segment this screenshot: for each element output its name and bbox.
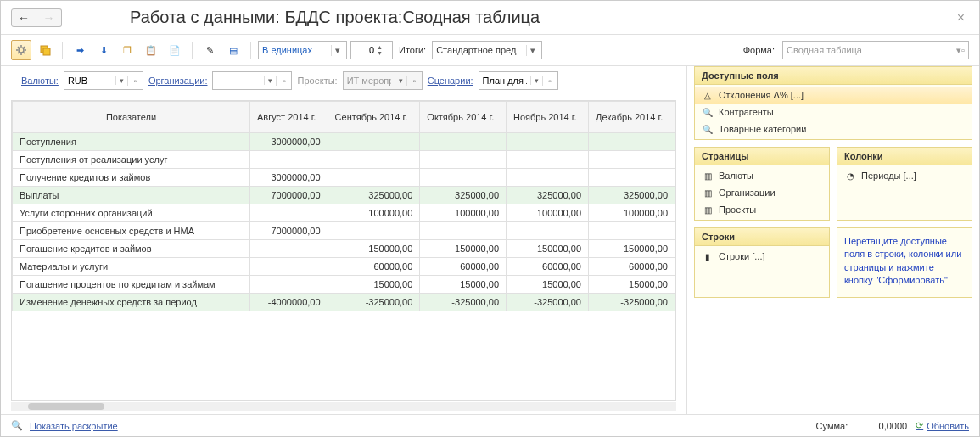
- col-header-indicator[interactable]: Показатели: [13, 102, 250, 133]
- col-header[interactable]: Сентябрь 2014 г.: [328, 102, 420, 133]
- cell-value[interactable]: [589, 222, 675, 240]
- cell-value[interactable]: 3000000,00: [250, 169, 328, 187]
- cell-value[interactable]: [328, 151, 420, 169]
- table-row[interactable]: Материалы и услуги60000,0060000,0060000,…: [13, 258, 675, 276]
- cell-value[interactable]: 325000,00: [507, 187, 589, 204]
- panel-field-item[interactable]: ▥Проекты: [695, 201, 829, 218]
- form-select[interactable]: Сводная таблица ▾ ▫: [782, 41, 969, 59]
- spin-down[interactable]: ▼: [377, 50, 383, 56]
- cell-value[interactable]: 15000,00: [589, 276, 675, 294]
- row-label[interactable]: Изменение денежных средств за период: [13, 294, 250, 311]
- currency-filter[interactable]: ▾ ▫: [64, 71, 143, 90]
- cell-value[interactable]: 100000,00: [589, 204, 675, 222]
- col-header[interactable]: Август 2014 г.: [250, 102, 328, 133]
- decimals-input[interactable]: [351, 45, 377, 55]
- panel-field-item[interactable]: ▥Валюты: [695, 167, 829, 184]
- nav-forward-button[interactable]: →: [36, 8, 62, 27]
- arrow-down-button[interactable]: ⬇: [93, 40, 114, 60]
- cell-value[interactable]: -325000,00: [420, 294, 507, 311]
- cell-value[interactable]: [250, 204, 328, 222]
- cell-value[interactable]: [250, 258, 328, 276]
- scenarios-input[interactable]: [479, 72, 530, 89]
- cell-value[interactable]: [328, 133, 420, 151]
- row-label[interactable]: Погашение кредитов и займов: [13, 240, 250, 258]
- table-row[interactable]: Погашение кредитов и займов150000,001500…: [13, 240, 675, 258]
- chevron-down-icon[interactable]: ▾: [115, 76, 127, 85]
- col-header[interactable]: Октябрь 2014 г.: [420, 102, 507, 133]
- cell-value[interactable]: 60000,00: [420, 258, 507, 276]
- cell-value[interactable]: 15000,00: [507, 276, 589, 294]
- cell-value[interactable]: [328, 222, 420, 240]
- cell-value[interactable]: 60000,00: [507, 258, 589, 276]
- chevron-down-icon[interactable]: ▾: [264, 76, 276, 85]
- edit-button[interactable]: ✎: [199, 40, 220, 60]
- cell-value[interactable]: 100000,00: [328, 204, 420, 222]
- show-expand-link[interactable]: Показать раскрытие: [30, 421, 118, 431]
- available-field-item[interactable]: 🔍Контрагенты: [695, 104, 972, 120]
- table-row[interactable]: Услуги сторонних организаций100000,00100…: [13, 204, 675, 222]
- panel-field-item[interactable]: ◔Периоды [...]: [837, 167, 972, 184]
- row-label[interactable]: Материалы и услуги: [13, 258, 250, 276]
- org-filter-label[interactable]: Организации:: [148, 76, 208, 86]
- col-header[interactable]: Ноябрь 2014 г.: [507, 102, 589, 133]
- cell-value[interactable]: -4000000,00: [250, 294, 328, 311]
- cell-value[interactable]: [420, 169, 507, 187]
- cell-value[interactable]: 100000,00: [420, 204, 507, 222]
- cell-value[interactable]: 7000000,00: [250, 222, 328, 240]
- row-label[interactable]: Поступления: [13, 133, 250, 151]
- cell-value[interactable]: 150000,00: [420, 240, 507, 258]
- cell-value[interactable]: 325000,00: [589, 187, 675, 204]
- expand-icon[interactable]: ▫: [276, 76, 291, 86]
- cell-value[interactable]: [250, 276, 328, 294]
- row-label[interactable]: Погашение процентов по кредитам и займам: [13, 276, 250, 294]
- available-field-item[interactable]: △Отклонения Δ% [...]: [695, 87, 972, 104]
- row-label[interactable]: Услуги сторонних организаций: [13, 204, 250, 222]
- cell-value[interactable]: 100000,00: [507, 204, 589, 222]
- decimals-spinner[interactable]: ▲▼: [350, 41, 393, 59]
- currency-filter-label[interactable]: Валюты:: [21, 76, 59, 86]
- sheet-button[interactable]: ▤: [223, 40, 244, 60]
- chevron-down-icon[interactable]: ▾: [395, 76, 406, 85]
- projects-filter[interactable]: ▾ ▫: [343, 71, 423, 90]
- horizontal-scrollbar[interactable]: [11, 402, 676, 411]
- cell-value[interactable]: 3000000,00: [250, 133, 328, 151]
- cell-value[interactable]: 325000,00: [328, 187, 420, 204]
- spin-up[interactable]: ▲: [377, 44, 383, 50]
- nav-back-button[interactable]: ←: [11, 8, 36, 27]
- table-row[interactable]: Изменение денежных средств за период-400…: [13, 294, 675, 311]
- available-field-item[interactable]: 🔍Товарные категории: [695, 120, 972, 137]
- scenarios-filter-label[interactable]: Сценарии:: [428, 76, 473, 86]
- currency-input[interactable]: [64, 72, 115, 89]
- row-label[interactable]: Выплаты: [13, 187, 250, 204]
- pivot-table[interactable]: Показатели Август 2014 г. Сентябрь 2014 …: [12, 101, 675, 311]
- cell-value[interactable]: [250, 151, 328, 169]
- cell-value[interactable]: [589, 169, 675, 187]
- cell-value[interactable]: [250, 240, 328, 258]
- cell-value[interactable]: 150000,00: [589, 240, 675, 258]
- table-row[interactable]: Поступления от реализации услуг: [13, 151, 675, 169]
- cell-value[interactable]: [507, 133, 589, 151]
- cell-value[interactable]: [420, 222, 507, 240]
- totals-select[interactable]: Стандартное пред ▾: [432, 41, 542, 59]
- row-label[interactable]: Поступления от реализации услуг: [13, 151, 250, 169]
- cell-value[interactable]: [420, 133, 507, 151]
- expand-icon[interactable]: ▫: [406, 76, 422, 86]
- arrow-right-button[interactable]: ➡: [70, 40, 90, 60]
- org-filter[interactable]: ▾ ▫: [212, 71, 292, 90]
- paste-button[interactable]: 📋: [141, 40, 161, 60]
- doc-button[interactable]: 📄: [165, 40, 185, 60]
- table-row[interactable]: Поступления3000000,00: [13, 133, 675, 151]
- cell-value[interactable]: [507, 151, 589, 169]
- cell-value[interactable]: [420, 151, 507, 169]
- cell-value[interactable]: 150000,00: [507, 240, 589, 258]
- org-input[interactable]: [213, 72, 264, 89]
- table-row[interactable]: Выплаты7000000,00325000,00325000,0032500…: [13, 187, 675, 204]
- cell-value[interactable]: 325000,00: [420, 187, 507, 204]
- expand-icon[interactable]: ▫: [127, 76, 143, 86]
- units-select[interactable]: В единицах ▾: [258, 41, 347, 59]
- table-row[interactable]: Получение кредитов и займов3000000,00: [13, 169, 675, 187]
- col-header[interactable]: Декабрь 2014 г.: [589, 102, 675, 133]
- cell-value[interactable]: [328, 169, 420, 187]
- cell-value[interactable]: -325000,00: [507, 294, 589, 311]
- cell-value[interactable]: 7000000,00: [250, 187, 328, 204]
